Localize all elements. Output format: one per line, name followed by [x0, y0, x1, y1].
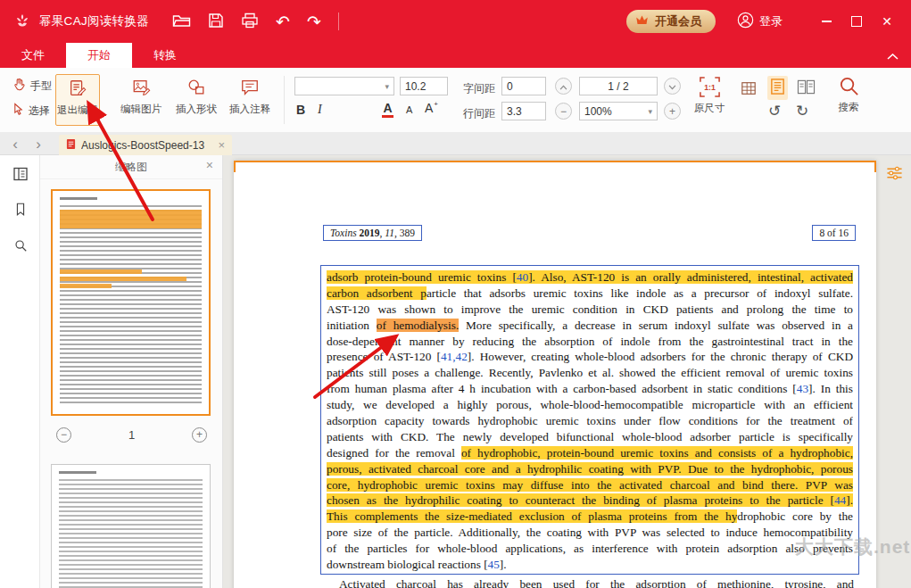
thumbnail-panel-close-button[interactable]: ×	[206, 158, 213, 172]
redo-button[interactable]: ↷	[307, 13, 321, 30]
edit-image-button[interactable]: 编辑图片	[116, 74, 166, 116]
exit-edit-label: 退出编辑	[57, 104, 98, 117]
minimize-button[interactable]	[811, 0, 841, 43]
zoom-in-button[interactable]: +	[664, 103, 681, 120]
save-button[interactable]	[208, 12, 224, 31]
two-page-view-button[interactable]	[795, 77, 817, 100]
left-tool-strip	[0, 155, 40, 588]
dropdown-icon: ▾	[385, 82, 389, 91]
title-bar: 幂果CAJ阅读转换器 ↶ ↷ 开通会员	[0, 0, 911, 43]
print-button[interactable]	[241, 12, 259, 31]
thumbnail-page-counter: − 1 +	[40, 425, 223, 444]
two-page-icon	[797, 85, 816, 98]
sliders-icon	[886, 170, 903, 183]
page-1-thumbnail[interactable]	[51, 189, 211, 416]
redo-icon: ↻	[796, 103, 808, 120]
site-watermark: 大大下载.net	[795, 534, 910, 559]
next-thumbnail-button[interactable]: +	[192, 427, 207, 443]
document-paragraph-2: Activated charcoal has already been used…	[326, 576, 854, 588]
single-page-view-button[interactable]	[767, 76, 788, 100]
undo-icon: ↺	[768, 103, 781, 120]
original-size-label: 原尺寸	[694, 102, 725, 115]
document-tab-bar: ‹ › Auslogics-BoostSpeed-13 ×	[0, 132, 911, 155]
char-spacing-input[interactable]	[501, 77, 546, 95]
page-indicator-input[interactable]	[579, 77, 658, 95]
zoom-out-button[interactable]: −	[555, 103, 572, 120]
bold-button[interactable]: B	[296, 104, 305, 116]
document-text: adsorb protein-bound uremic toxins [40].…	[327, 269, 853, 573]
undo-button[interactable]: ↶	[276, 13, 290, 30]
menu-tab-start[interactable]: 开始	[66, 43, 132, 68]
increase-font-button[interactable]: A+	[425, 102, 437, 114]
page-number-text-box[interactable]: 8 of 16	[812, 225, 856, 241]
shapes-icon	[186, 74, 206, 101]
edit-image-icon	[131, 74, 152, 101]
crown-icon	[634, 13, 650, 29]
rotate-redo-button[interactable]: ↻	[796, 104, 808, 119]
select-tool-button[interactable]: 选择	[12, 103, 50, 120]
document-tab-close-button[interactable]: ×	[218, 138, 225, 152]
page-number-text: 8 of 16	[819, 228, 849, 238]
journal-page: , 389	[394, 228, 415, 238]
ribbon-separator	[284, 76, 285, 124]
page-2-thumbnail[interactable]	[51, 464, 211, 588]
login-button[interactable]: 登录	[732, 11, 788, 32]
thumbnail-panel-header: 缩略图 ×	[40, 155, 222, 179]
insert-note-button[interactable]: 插入注释	[225, 74, 275, 116]
thumbnail-highlight	[60, 277, 186, 281]
sidebar-panel-icon	[12, 171, 29, 185]
thumbnail-highlight	[60, 210, 202, 228]
font-family-select[interactable]: ▾	[294, 77, 394, 95]
journal-name: Toxins	[330, 228, 357, 238]
search-panel-button[interactable]	[12, 237, 29, 255]
insert-shape-label: 插入形状	[176, 103, 217, 116]
page-grid-view-button[interactable]	[739, 79, 758, 101]
document-viewport[interactable]: Toxins 2019, 11, 389 8 of 16 adsorb prot…	[223, 155, 911, 588]
current-page-number: 1	[71, 428, 192, 442]
thumbnail-panel: 缩略图 × − 1 +	[40, 155, 223, 588]
font-color-button[interactable]: A	[382, 102, 393, 118]
maximize-icon	[851, 16, 862, 27]
thumbnail-panel-button[interactable]	[12, 166, 29, 184]
document-tab[interactable]: Auslogics-BoostSpeed-13 ×	[59, 135, 232, 155]
menu-tab-file[interactable]: 文件	[0, 43, 66, 68]
hand-tool-button[interactable]: 手型	[12, 78, 52, 95]
view-settings-button[interactable]	[886, 166, 903, 183]
running-head-text-box[interactable]: Toxins 2019, 11, 389	[323, 225, 422, 241]
document-icon	[66, 137, 76, 153]
close-button[interactable]: ✕	[872, 0, 902, 43]
content-area: 缩略图 × − 1 +	[0, 155, 911, 588]
line-spacing-input[interactable]	[501, 102, 546, 120]
open-file-button[interactable]	[172, 12, 191, 31]
italic-button[interactable]: I	[318, 104, 322, 116]
tab-scroll-left-button[interactable]: ‹	[5, 132, 25, 155]
bookmarks-panel-button[interactable]	[12, 202, 29, 219]
decrease-font-button[interactable]: A	[406, 105, 412, 115]
minimize-icon	[822, 21, 832, 22]
rotate-undo-button[interactable]: ↺	[768, 104, 781, 119]
journal-volume: 11	[385, 228, 394, 238]
magnifier-icon	[13, 242, 28, 255]
maximize-button[interactable]	[841, 0, 872, 43]
font-size-input[interactable]	[400, 77, 448, 95]
menu-tab-convert[interactable]: 转换	[132, 43, 198, 68]
paragraph-text-box[interactable]: adsorb protein-bound uremic toxins [40].…	[320, 265, 859, 575]
collapse-ribbon-button[interactable]	[881, 43, 904, 68]
previous-page-button[interactable]	[555, 78, 572, 95]
hand-icon	[12, 78, 26, 95]
next-page-button[interactable]	[664, 78, 681, 95]
original-size-button[interactable]: 1:1 原尺寸	[689, 73, 730, 115]
search-label: 搜索	[839, 101, 859, 114]
exit-edit-icon	[68, 75, 87, 102]
tab-scroll-right-button[interactable]: ›	[29, 132, 48, 155]
zoom-level-select[interactable]: 100% ▾	[579, 102, 658, 120]
search-button[interactable]: 搜索	[828, 72, 869, 114]
previous-thumbnail-button[interactable]: −	[56, 427, 71, 443]
titlebar-divider	[338, 12, 339, 30]
insert-shape-button[interactable]: 插入形状	[171, 74, 221, 116]
edit-region-corner-mark	[874, 161, 876, 172]
thumbnail-text-decoration	[60, 197, 97, 200]
exit-edit-button[interactable]: 退出编辑	[55, 74, 100, 126]
chevron-left-icon: ‹	[12, 136, 18, 153]
upgrade-membership-button[interactable]: 开通会员	[626, 10, 716, 33]
